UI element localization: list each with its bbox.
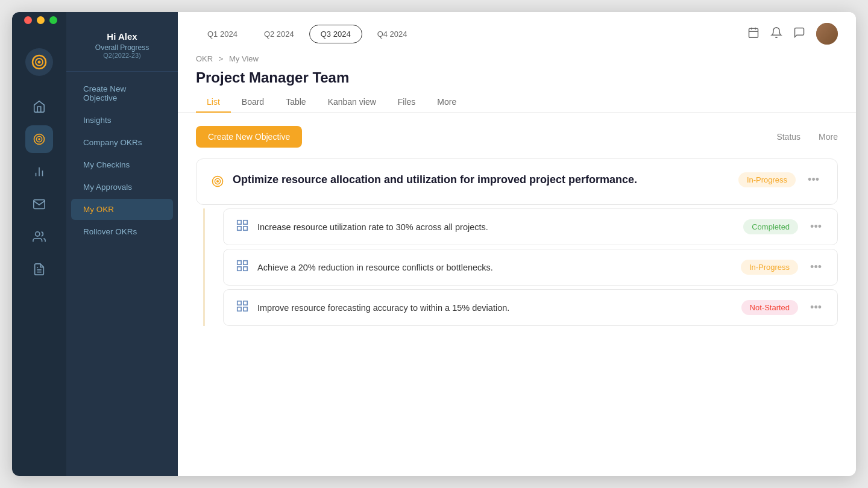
svg-rect-28 (244, 301, 247, 305)
logo-icon (25, 48, 53, 76)
tab-files[interactable]: Files (387, 92, 427, 113)
breadcrumb: OKR > My View (178, 45, 856, 63)
kr-icon-1 (236, 219, 249, 235)
kr-more-button-3[interactable]: ••• (807, 300, 825, 315)
kr-text-2: Achieve a 20% reduction in resource conf… (257, 263, 493, 272)
action-bar-right: Status More (776, 132, 838, 142)
svg-point-9 (36, 232, 40, 236)
svg-rect-21 (244, 227, 247, 230)
user-greeting: Hi Alex (76, 31, 168, 42)
kr-card-1: Increase resource utilization rate to 30… (223, 208, 838, 245)
sidebar-item-my-okr[interactable]: My OKR (71, 199, 173, 220)
breadcrumb-my-view[interactable]: My View (229, 54, 259, 63)
nav-sidebar: Hi Alex Overall Progress Q2(2022-23) Cre… (66, 12, 178, 476)
kr-icon-3 (236, 299, 249, 316)
sidebar-icon-reports[interactable] (25, 255, 53, 283)
avatar-image (816, 23, 838, 45)
key-results-container: Increase resource utilization rate to 30… (203, 208, 838, 326)
content-area: Create New Objective Status More (178, 113, 856, 476)
svg-rect-26 (237, 267, 241, 271)
kr-right-3: Not-Started ••• (741, 300, 825, 315)
quarter-tab-q3-2024[interactable]: Q3 2024 (309, 25, 362, 43)
kr-status-badge-2: In-Progress (741, 260, 798, 275)
objective-header: Optimize resource allocation and utiliza… (211, 172, 823, 191)
topbar: Q1 2024 Q2 2024 Q3 2024 Q4 2024 (178, 12, 856, 45)
sidebar-icon-home[interactable] (25, 93, 53, 120)
breadcrumb-okr[interactable]: OKR (196, 54, 213, 63)
sidebar-icon-messages[interactable] (25, 190, 53, 218)
more-label[interactable]: More (819, 132, 838, 142)
svg-rect-25 (244, 267, 247, 271)
quarter-tab-q1-2024[interactable]: Q1 2024 (196, 25, 249, 43)
view-tabs: List Board Table Kanban view Files More (178, 86, 856, 113)
kr-left-1: Increase resource utilization rate to 30… (236, 219, 743, 235)
action-bar: Create New Objective Status More (196, 126, 838, 148)
objective-card: Optimize resource allocation and utiliza… (196, 158, 838, 205)
status-label: Status (776, 132, 800, 142)
objective-more-button[interactable]: ••• (804, 172, 823, 187)
tab-board[interactable]: Board (231, 92, 275, 113)
main-content: Q1 2024 Q2 2024 Q3 2024 Q4 2024 (178, 12, 856, 476)
kr-text-1: Increase resource utilization rate to 30… (257, 222, 488, 232)
sidebar-item-company-okrs[interactable]: Company OKRs (71, 132, 173, 153)
svg-point-18 (216, 180, 219, 183)
objective-left: Optimize resource allocation and utiliza… (211, 172, 726, 191)
svg-point-2 (38, 61, 41, 64)
svg-rect-22 (237, 227, 241, 230)
svg-rect-12 (749, 28, 758, 37)
kr-icon-2 (236, 259, 249, 275)
topbar-icons (747, 23, 838, 45)
user-section: Hi Alex Overall Progress Q2(2022-23) (66, 24, 178, 72)
tab-table[interactable]: Table (275, 92, 316, 113)
tab-kanban-view[interactable]: Kanban view (317, 92, 387, 113)
close-button[interactable] (24, 16, 32, 24)
expand-button[interactable] (49, 16, 57, 24)
objective-title: Optimize resource allocation and utiliza… (233, 172, 637, 187)
sidebar-item-create-new-objective[interactable]: Create New Objective (71, 78, 173, 108)
sidebar-item-rollover-okrs[interactable]: Rollover OKRs (71, 221, 173, 242)
tab-more[interactable]: More (426, 92, 467, 113)
sidebar-item-my-checkins[interactable]: My Checkins (71, 154, 173, 175)
kr-more-button-1[interactable]: ••• (807, 219, 825, 234)
objective-right: In-Progress ••• (738, 172, 823, 187)
svg-rect-24 (244, 261, 247, 264)
chat-icon[interactable] (793, 27, 805, 42)
breadcrumb-separator: > (219, 54, 225, 63)
bell-icon[interactable] (770, 27, 782, 42)
quarter-tab-q4-2024[interactable]: Q4 2024 (366, 25, 419, 43)
objective-target-icon (211, 175, 224, 191)
avatar[interactable] (816, 23, 838, 45)
kr-status-badge-1: Completed (743, 219, 798, 234)
kr-more-button-2[interactable]: ••• (807, 260, 825, 275)
svg-rect-23 (237, 261, 241, 264)
sidebar-icon-okr[interactable] (25, 125, 53, 153)
sidebar-icon-analytics[interactable] (25, 158, 53, 186)
quarter-tabs: Q1 2024 Q2 2024 Q3 2024 Q4 2024 (196, 25, 419, 43)
quarter-tab-q2-2024[interactable]: Q2 2024 (253, 25, 306, 43)
sidebar-item-my-approvals[interactable]: My Approvals (71, 177, 173, 198)
kr-text-3: Improve resource forecasting accuracy to… (257, 303, 509, 313)
kr-right-1: Completed ••• (743, 219, 825, 234)
user-progress-label: Overall Progress (76, 43, 168, 52)
svg-rect-29 (244, 307, 247, 311)
svg-point-5 (38, 138, 40, 140)
sidebar-item-insights[interactable]: Insights (71, 110, 173, 131)
user-date-range: Q2(2022-23) (76, 52, 168, 59)
icon-sidebar (12, 12, 66, 476)
calendar-icon[interactable] (747, 27, 760, 42)
kr-card-2: Achieve a 20% reduction in resource conf… (223, 249, 838, 286)
kr-status-badge-3: Not-Started (741, 300, 798, 315)
kr-left-2: Achieve a 20% reduction in resource conf… (236, 259, 741, 275)
minimize-button[interactable] (37, 16, 45, 24)
tab-list[interactable]: List (196, 92, 231, 113)
kr-left-3: Improve resource forecasting accuracy to… (236, 299, 741, 316)
svg-rect-27 (237, 301, 241, 305)
kr-card-3: Improve resource forecasting accuracy to… (223, 289, 838, 326)
page-title: Project Manager Team (178, 63, 856, 86)
svg-rect-20 (244, 221, 247, 224)
objective-status-badge: In-Progress (738, 172, 796, 187)
sidebar-icon-team[interactable] (25, 223, 53, 251)
kr-right-2: In-Progress ••• (741, 260, 825, 275)
svg-rect-19 (237, 221, 241, 224)
create-new-objective-button[interactable]: Create New Objective (196, 126, 302, 148)
